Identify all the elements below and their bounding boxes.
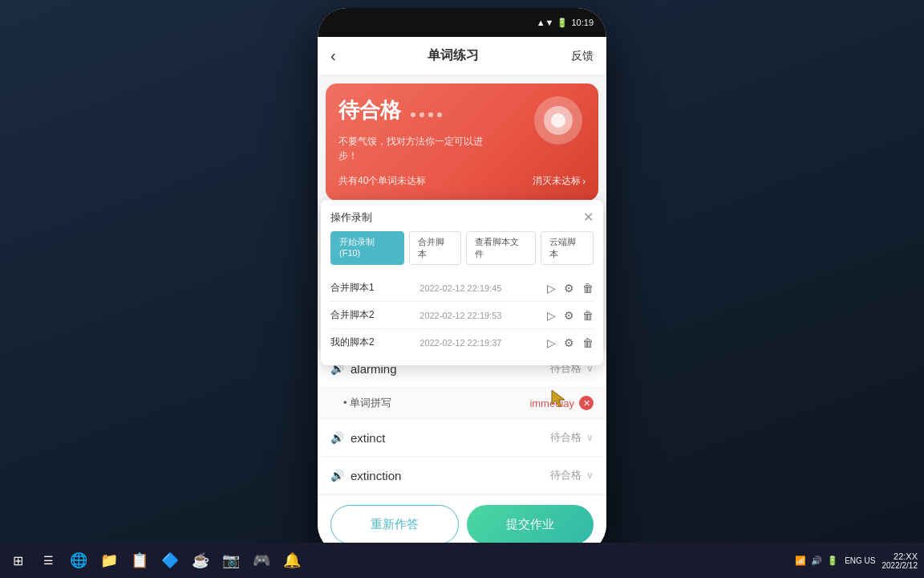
sub-item-spelling: • 单词拼写 immediay ✕ — [318, 388, 606, 419]
app4-button[interactable]: 📷 — [217, 546, 245, 575]
battery-tray-icon: 🔋 — [827, 556, 838, 566]
word-left-extinction: 🔊 extinction — [330, 469, 401, 482]
tab-start-recording[interactable]: 开始录制(F10) — [330, 231, 404, 265]
banner-link[interactable]: 消灭未达标 › — [533, 174, 586, 188]
app-header: ‹ 单词练习 反馈 — [318, 37, 606, 75]
taskbar-items: ⊞ ☰ 🌐 📁 📋 🔷 ☕ 📷 🎮 🔔 — [0, 546, 310, 575]
panel-close-button[interactable]: ✕ — [583, 210, 594, 225]
volume-icon: 🔊 — [811, 556, 822, 566]
chevron-extinction: ∨ — [586, 470, 594, 481]
wifi-icon: ▲▼ — [537, 18, 554, 27]
operation-panel: 操作录制 ✕ 开始录制(F10) 合并脚本 查看脚本文件 云端脚本 合并脚本1 — [321, 200, 603, 365]
banner-icon — [534, 96, 582, 144]
tab-merge-script[interactable]: 合并脚本 — [409, 231, 462, 265]
script-actions-2: ▷ ⚙ 🗑 — [547, 309, 594, 322]
clock: 22:XX 2022/2/12 — [882, 552, 918, 570]
time-label: 10:19 — [571, 18, 594, 27]
settings-button-2[interactable]: ⚙ — [564, 309, 574, 322]
banner-footer: 共有40个单词未达标 消灭未达标 › — [338, 174, 586, 188]
chevron-extinct: ∨ — [586, 432, 594, 443]
content-area: 待合格 不要气馁，找对方法你一定可以进步！ — [318, 75, 606, 554]
battery-icon: 🔋 — [557, 18, 568, 28]
operation-tabs: 开始录制(F10) 合并脚本 查看脚本文件 云端脚本 — [330, 231, 594, 265]
word-item-extinction[interactable]: 🔊 extinction 待合格 ∨ — [318, 457, 606, 495]
script-name-1: 合并脚本1 — [330, 281, 375, 295]
play-button-2[interactable]: ▷ — [547, 309, 556, 322]
wrong-mark: ✕ — [579, 396, 594, 410]
page-title: 单词练习 — [428, 47, 479, 64]
script-name-2: 合并脚本2 — [330, 308, 375, 322]
word-status-extinct: 待合格 ∨ — [550, 430, 594, 445]
network-icon: 📶 — [795, 556, 806, 566]
task-view-button[interactable]: ☰ — [34, 546, 63, 575]
submit-button[interactable]: 提交作业 — [467, 505, 594, 544]
app6-button[interactable]: 🔔 — [278, 546, 306, 575]
back-button[interactable]: ‹ — [330, 47, 336, 65]
speaker-icon-extinction[interactable]: 🔊 — [330, 469, 344, 482]
explorer-button[interactable]: 📁 — [95, 546, 124, 575]
word-list: 🔊 alarming 待合格 ∨ • 单词拼写 immediay — [318, 350, 606, 554]
word-left-extinct: 🔊 extinct — [330, 431, 385, 445]
settings-button-3[interactable]: ⚙ — [564, 336, 574, 349]
play-button-3[interactable]: ▷ — [547, 336, 556, 349]
tab-view-script[interactable]: 查看脚本文件 — [466, 231, 536, 265]
word-text-extinction: extinction — [351, 469, 401, 482]
status-label-extinct: 待合格 — [550, 430, 582, 445]
script-time-1: 2022-02-12 22:19:45 — [375, 283, 547, 293]
settings-button-1[interactable]: ⚙ — [564, 282, 574, 295]
app3-button[interactable]: ☕ — [186, 546, 215, 575]
browser-button[interactable]: 🌐 — [64, 546, 93, 575]
app5-button[interactable]: 🎮 — [247, 546, 276, 575]
script-actions-3: ▷ ⚙ 🗑 — [547, 336, 594, 349]
banner-card: 待合格 不要气馁，找对方法你一定可以进步！ — [326, 83, 598, 201]
script-time-2: 2022-02-12 22:19:53 — [375, 311, 547, 320]
retry-button[interactable]: 重新作答 — [330, 505, 459, 544]
tab-cloud-script[interactable]: 云端脚本 — [541, 231, 594, 265]
banner-subtitle: 不要气馁，找对方法你一定可以进步！ — [338, 134, 499, 163]
script-actions-1: ▷ ⚙ 🗑 — [547, 282, 594, 295]
delete-button-1[interactable]: 🗑 — [582, 282, 594, 295]
start-button[interactable]: ⊞ — [3, 546, 32, 575]
status-icons: ▲▼ 🔋 10:19 — [537, 18, 594, 28]
lang-indicator: ENG US — [845, 556, 875, 565]
app1-button[interactable]: 📋 — [125, 546, 154, 575]
word-item-extinct[interactable]: 🔊 extinct 待合格 ∨ — [318, 419, 606, 457]
panel-title: 操作录制 — [330, 210, 372, 225]
status-label-extinction: 待合格 — [550, 468, 582, 482]
taskbar: ⊞ ☰ 🌐 📁 📋 🔷 ☕ 📷 🎮 🔔 📶 — [0, 543, 924, 578]
script-row-1: 合并脚本1 2022-02-12 22:19:45 ▷ ⚙ 🗑 — [330, 275, 594, 302]
speaker-icon-extinct[interactable]: 🔊 — [330, 431, 344, 444]
status-bar: ▲▼ 🔋 10:19 — [318, 8, 606, 37]
word-status-extinction: 待合格 ∨ — [550, 468, 594, 482]
script-row-3: 我的脚本2 2022-02-12 22:19:37 ▷ ⚙ 🗑 — [330, 329, 594, 356]
taskbar-right: 📶 🔊 🔋 ENG US 22:XX 2022/2/12 — [795, 552, 924, 570]
script-time-3: 2022-02-12 22:19:37 — [375, 338, 547, 348]
word-text-extinct: extinct — [351, 431, 385, 445]
delete-button-3[interactable]: 🗑 — [582, 336, 594, 349]
script-row-2: 合并脚本2 2022-02-12 22:19:53 ▷ ⚙ 🗑 — [330, 302, 594, 329]
feedback-button[interactable]: 反馈 — [571, 49, 594, 63]
banner-count: 共有40个单词未达标 — [338, 174, 426, 188]
sys-tray: 📶 🔊 🔋 — [795, 556, 838, 566]
sub-label-spelling: • 单词拼写 — [343, 396, 391, 410]
script-name-3: 我的脚本2 — [330, 336, 375, 349]
play-button-1[interactable]: ▷ — [547, 282, 556, 295]
wrong-answer-text: immediay — [529, 397, 574, 409]
phone-frame: ▲▼ 🔋 10:19 ‹ 单词练习 反馈 待合格 — [318, 8, 606, 570]
panel-header: 操作录制 ✕ — [330, 210, 594, 225]
banner-title: 待合格 — [338, 96, 401, 124]
banner-dots — [411, 112, 442, 117]
sub-answer-spelling: immediay ✕ — [529, 396, 594, 410]
app2-button[interactable]: 🔷 — [156, 546, 184, 575]
delete-button-2[interactable]: 🗑 — [582, 309, 594, 322]
